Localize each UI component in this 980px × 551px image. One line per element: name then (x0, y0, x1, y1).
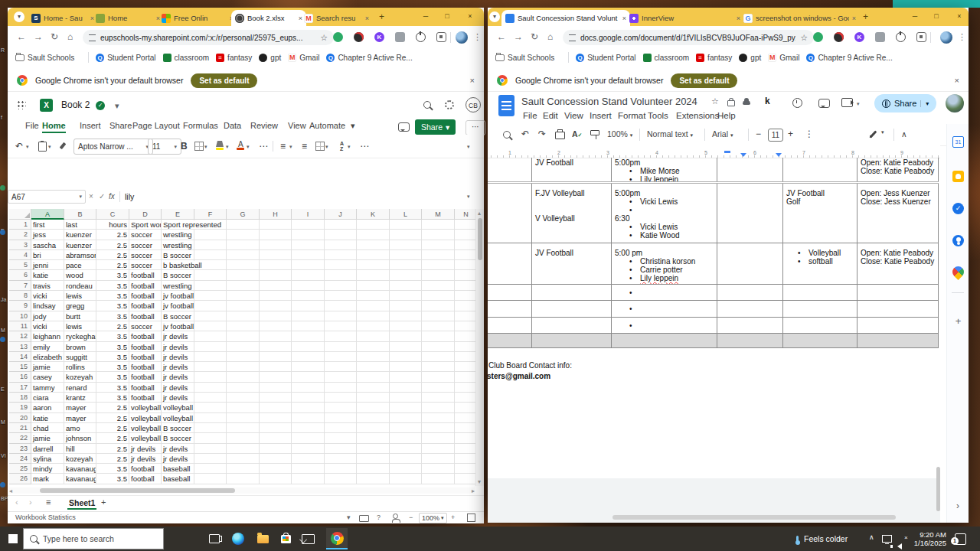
home-button[interactable]: ⌂ (547, 31, 553, 42)
ribbon-tab-insert[interactable]: Insert (80, 121, 101, 130)
bookmark-item-student-portal[interactable]: QStudent Portal (576, 54, 635, 62)
cell[interactable]: football (129, 464, 162, 474)
cell[interactable] (260, 464, 292, 474)
minimize-button[interactable]: ─ (907, 9, 923, 23)
cell[interactable] (227, 291, 260, 301)
cell[interactable] (194, 321, 227, 331)
docs-menu-insert[interactable]: Insert (590, 111, 612, 120)
search-menus-icon[interactable] (503, 131, 511, 139)
cell[interactable] (455, 444, 476, 454)
cell[interactable]: football (129, 301, 162, 311)
cell[interactable] (325, 372, 357, 382)
browser-tab-home[interactable]: Home× (92, 10, 164, 26)
cell[interactable]: chad (31, 423, 64, 433)
extensions-puzzle-icon[interactable] (436, 32, 446, 42)
cell[interactable]: leighann (31, 331, 64, 341)
doc-table-cell[interactable] (532, 285, 612, 300)
doc-table-cell[interactable]: JV Football (532, 158, 612, 181)
zoom-in-icon[interactable]: + (451, 514, 455, 521)
cell[interactable] (325, 474, 357, 484)
reload-button[interactable]: ↻ (531, 31, 538, 42)
extension-leaf-icon[interactable] (813, 32, 823, 42)
approvals-icon[interactable] (727, 100, 735, 106)
cell[interactable] (390, 393, 422, 403)
cell[interactable] (292, 342, 325, 352)
cell[interactable] (422, 250, 455, 260)
doc-table-cell[interactable]: yr 22 (488, 184, 532, 243)
font-name-select[interactable]: Aptos Narrow ...▾ (74, 139, 153, 155)
cell[interactable]: 3.5 (96, 352, 129, 362)
cell[interactable]: casey (31, 372, 64, 382)
cell[interactable] (455, 220, 476, 230)
cell[interactable] (325, 454, 357, 464)
scroll-left-icon[interactable]: ◂ (9, 487, 12, 494)
name-box[interactable]: A67▾ (8, 190, 86, 204)
cell[interactable] (390, 413, 422, 423)
row-header-23[interactable]: 23 (9, 444, 31, 454)
ribbon-tab-review[interactable]: Review (250, 121, 278, 130)
account-avatar[interactable]: CB (466, 97, 481, 112)
cell[interactable] (194, 240, 227, 250)
calendar-icon[interactable]: 31 (952, 136, 964, 148)
cell[interactable] (292, 230, 325, 240)
cell[interactable]: 2.5 (96, 230, 129, 240)
contact-email-line[interactable]: sters@gmail.com (488, 372, 550, 380)
maximize-button[interactable]: □ (439, 9, 455, 23)
spellcheck-icon[interactable]: A✓ (572, 129, 582, 139)
scroll-down-icon[interactable]: ▾ (478, 478, 481, 485)
doc-table-cell[interactable] (783, 318, 858, 333)
doc-table-cell[interactable] (717, 285, 783, 300)
cell[interactable] (390, 433, 422, 443)
cell[interactable] (325, 311, 357, 321)
cell[interactable] (422, 331, 455, 341)
cell[interactable] (455, 260, 476, 270)
cell[interactable] (292, 444, 325, 454)
cell[interactable] (357, 281, 390, 291)
taskbar-search-input[interactable]: Type here to search (23, 528, 164, 549)
cell[interactable] (390, 403, 422, 412)
extension-adblock-icon[interactable] (354, 32, 364, 42)
cell[interactable]: jr devils (162, 393, 194, 403)
cell[interactable]: soccer (129, 230, 162, 240)
cell[interactable]: 3.5 (96, 464, 129, 474)
cell[interactable] (194, 291, 227, 301)
font-more-icon[interactable]: ⋯ (259, 141, 268, 152)
extension-power-icon[interactable] (896, 32, 906, 42)
cell[interactable]: tammy (31, 383, 64, 393)
doc-table-cell[interactable] (532, 301, 612, 317)
cell[interactable] (194, 474, 227, 484)
row-header-15[interactable]: 15 (9, 362, 31, 372)
cell[interactable] (390, 321, 422, 331)
browser-menu-icon[interactable]: ⋮ (958, 32, 966, 42)
tab-close-icon[interactable]: × (365, 15, 369, 22)
contacts-icon[interactable] (952, 235, 964, 246)
cell[interactable]: sascha (31, 240, 64, 250)
doc-table-cell[interactable] (717, 334, 783, 347)
tab-search-icon[interactable]: ▾ (14, 11, 24, 22)
cell[interactable] (390, 423, 422, 433)
cell[interactable] (194, 464, 227, 474)
cell[interactable] (227, 464, 260, 474)
cell[interactable]: 3.5 (96, 331, 129, 341)
cell[interactable]: elizabeth (31, 352, 64, 362)
cell[interactable] (194, 444, 227, 454)
doc-table-cell[interactable]: 5:00pm•Mike Morse•Lily leppein (612, 158, 717, 181)
row-header-8[interactable]: 8 (9, 291, 31, 301)
cell[interactable] (422, 423, 455, 433)
cell[interactable]: jamie (31, 433, 64, 443)
cell[interactable]: lewis (64, 291, 96, 301)
cell[interactable]: krantz (64, 393, 96, 403)
cell[interactable] (194, 301, 227, 311)
row-header-1[interactable]: 1 (9, 220, 31, 230)
cell[interactable]: jv football (162, 301, 194, 311)
cell[interactable] (227, 474, 260, 484)
cell[interactable] (422, 260, 455, 270)
cell[interactable] (227, 352, 260, 362)
cell[interactable] (357, 362, 390, 372)
doc-vertical-scroll-thumb[interactable] (936, 467, 940, 511)
cell[interactable] (292, 474, 325, 484)
cell[interactable]: jody (31, 311, 64, 321)
column-header-J[interactable]: J (325, 209, 357, 220)
cell[interactable]: football (129, 474, 162, 484)
paste-icon[interactable] (38, 142, 47, 152)
